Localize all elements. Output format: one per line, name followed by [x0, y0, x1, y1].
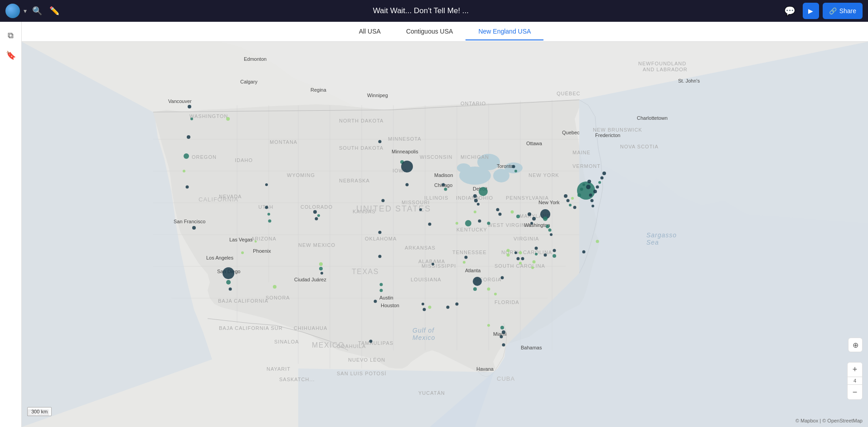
pencil-icon[interactable]: ✏️: [48, 4, 61, 18]
share-button[interactable]: 🔗 Share: [823, 3, 863, 19]
bookmark-button[interactable]: 🔖: [3, 47, 19, 64]
location-button[interactable]: ⊕: [848, 338, 863, 352]
filter-tabs: All USA Contiguous USA New England USA: [22, 22, 868, 42]
zoom-controls: + 4 −: [847, 362, 863, 400]
chat-icon[interactable]: 💬: [781, 4, 799, 18]
tab-new-england-usa[interactable]: New England USA: [466, 23, 543, 40]
map-svg: [22, 42, 868, 427]
play-button[interactable]: ▶: [803, 3, 819, 19]
page-title: Wait Wait... Don't Tell Me! ...: [67, 6, 775, 15]
topbar-right: 💬 ▶ 🔗 Share: [775, 3, 868, 19]
search-icon[interactable]: 🔍: [30, 4, 44, 18]
zoom-level-display: 4: [848, 377, 862, 385]
share-label: Share: [839, 7, 856, 15]
share-icon: 🔗: [829, 7, 837, 15]
sidebar: ⧉ 🔖: [0, 22, 22, 427]
tab-all-usa[interactable]: All USA: [346, 23, 393, 40]
map-container[interactable]: Edmonton Calgary Regina Winnipeg Vancouv…: [22, 42, 868, 427]
layers-button[interactable]: ⧉: [3, 27, 19, 44]
zoom-in-button[interactable]: +: [848, 363, 862, 377]
dropdown-chevron[interactable]: ▾: [24, 7, 27, 15]
svg-point-24: [457, 163, 470, 172]
scale-bar: 300 km: [27, 407, 52, 416]
topbar: ▾ 🔍 ✏️ Wait Wait... Don't Tell Me! ... 💬…: [0, 0, 868, 22]
tab-contiguous-usa[interactable]: Contiguous USA: [393, 23, 466, 40]
topbar-left: ▾ 🔍 ✏️: [0, 4, 67, 18]
globe-icon[interactable]: [5, 4, 20, 18]
zoom-out-button[interactable]: −: [848, 385, 862, 399]
map-credit: © Mapbox | © OpenStreetMap: [795, 418, 863, 423]
svg-point-23: [504, 162, 523, 173]
